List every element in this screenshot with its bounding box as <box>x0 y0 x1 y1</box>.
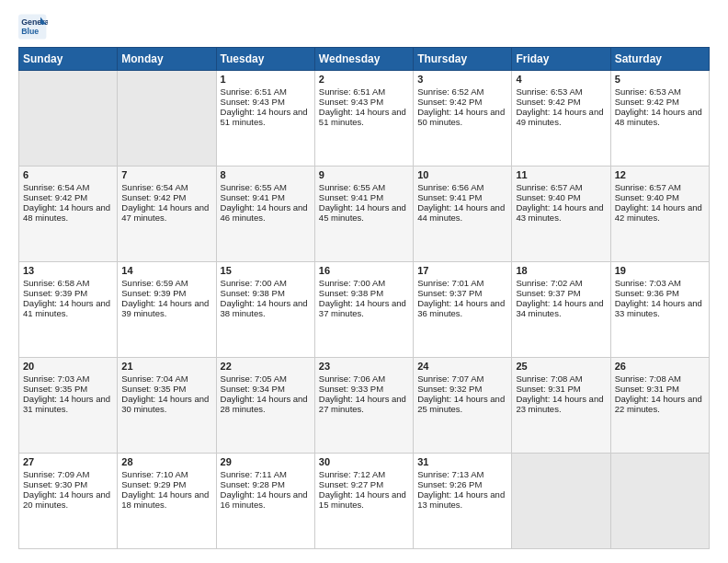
day-number: 23 <box>319 361 409 372</box>
sunset-text: Sunset: 9:33 PM <box>319 384 409 394</box>
daylight-text: Daylight: 14 hours and 34 minutes. <box>516 298 606 318</box>
calendar-cell: 21Sunrise: 7:04 AMSunset: 9:35 PMDayligh… <box>118 358 216 454</box>
calendar-cell: 4Sunrise: 6:53 AMSunset: 9:42 PMDaylight… <box>512 71 610 167</box>
calendar-day-header: Friday <box>512 48 610 71</box>
sunrise-text: Sunrise: 7:11 AM <box>221 469 311 479</box>
calendar-week-row: 20Sunrise: 7:03 AMSunset: 9:35 PMDayligh… <box>19 358 710 454</box>
sunset-text: Sunset: 9:39 PM <box>23 288 113 298</box>
sunrise-text: Sunrise: 7:00 AM <box>221 278 311 288</box>
daylight-text: Daylight: 14 hours and 15 minutes. <box>319 489 409 510</box>
sunset-text: Sunset: 9:35 PM <box>23 384 113 394</box>
calendar-table: SundayMondayTuesdayWednesdayThursdayFrid… <box>18 47 710 549</box>
day-number: 12 <box>615 169 705 180</box>
day-number: 13 <box>23 265 113 276</box>
day-number: 4 <box>516 74 606 85</box>
header: General Blue <box>18 14 710 40</box>
daylight-text: Daylight: 14 hours and 25 minutes. <box>417 394 507 414</box>
day-number: 30 <box>319 456 409 467</box>
day-number: 24 <box>417 361 507 372</box>
sunset-text: Sunset: 9:38 PM <box>221 288 311 298</box>
sunset-text: Sunset: 9:30 PM <box>23 479 113 489</box>
calendar-week-row: 6Sunrise: 6:54 AMSunset: 9:42 PMDaylight… <box>19 167 710 262</box>
calendar-day-header: Monday <box>118 48 216 71</box>
sunset-text: Sunset: 9:32 PM <box>417 384 507 394</box>
calendar-day-header: Sunday <box>19 48 118 71</box>
sunrise-text: Sunrise: 6:57 AM <box>516 182 606 192</box>
calendar-day-header: Thursday <box>414 48 512 71</box>
day-number: 2 <box>319 74 409 85</box>
calendar-cell: 14Sunrise: 6:59 AMSunset: 9:39 PMDayligh… <box>118 262 216 358</box>
day-number: 31 <box>417 456 507 467</box>
sunrise-text: Sunrise: 7:12 AM <box>319 469 409 479</box>
sunrise-text: Sunrise: 6:51 AM <box>221 86 311 97</box>
daylight-text: Daylight: 14 hours and 22 minutes. <box>615 394 705 414</box>
daylight-text: Daylight: 14 hours and 16 minutes. <box>221 489 311 510</box>
sunset-text: Sunset: 9:43 PM <box>319 97 409 107</box>
sunset-text: Sunset: 9:36 PM <box>615 288 705 298</box>
calendar-cell: 16Sunrise: 7:00 AMSunset: 9:38 PMDayligh… <box>314 262 413 358</box>
daylight-text: Daylight: 14 hours and 47 minutes. <box>121 202 211 223</box>
calendar-cell: 28Sunrise: 7:10 AMSunset: 9:29 PMDayligh… <box>118 454 216 549</box>
calendar-cell <box>512 454 610 549</box>
calendar-cell: 10Sunrise: 6:56 AMSunset: 9:41 PMDayligh… <box>414 167 512 262</box>
sunset-text: Sunset: 9:43 PM <box>221 97 311 107</box>
calendar-cell <box>19 71 118 167</box>
sunrise-text: Sunrise: 7:02 AM <box>516 278 606 288</box>
sunrise-text: Sunrise: 7:05 AM <box>221 373 311 384</box>
daylight-text: Daylight: 14 hours and 48 minutes. <box>615 107 705 127</box>
calendar-cell: 9Sunrise: 6:55 AMSunset: 9:41 PMDaylight… <box>314 167 413 262</box>
calendar-header-row: SundayMondayTuesdayWednesdayThursdayFrid… <box>19 48 710 71</box>
calendar-day-header: Wednesday <box>314 48 413 71</box>
sunrise-text: Sunrise: 7:06 AM <box>319 373 409 384</box>
daylight-text: Daylight: 14 hours and 44 minutes. <box>417 202 507 223</box>
daylight-text: Daylight: 14 hours and 48 minutes. <box>23 202 113 223</box>
daylight-text: Daylight: 14 hours and 45 minutes. <box>319 202 409 223</box>
daylight-text: Daylight: 14 hours and 30 minutes. <box>121 394 211 414</box>
sunset-text: Sunset: 9:41 PM <box>221 192 311 202</box>
sunrise-text: Sunrise: 7:09 AM <box>23 469 113 479</box>
calendar-cell: 25Sunrise: 7:08 AMSunset: 9:31 PMDayligh… <box>512 358 610 454</box>
calendar-week-row: 27Sunrise: 7:09 AMSunset: 9:30 PMDayligh… <box>19 454 710 549</box>
day-number: 20 <box>23 361 113 372</box>
daylight-text: Daylight: 14 hours and 23 minutes. <box>516 394 606 414</box>
sunrise-text: Sunrise: 6:53 AM <box>516 86 606 97</box>
day-number: 11 <box>516 169 606 180</box>
daylight-text: Daylight: 14 hours and 28 minutes. <box>221 394 311 414</box>
sunset-text: Sunset: 9:41 PM <box>319 192 409 202</box>
calendar-cell: 11Sunrise: 6:57 AMSunset: 9:40 PMDayligh… <box>512 167 610 262</box>
calendar-cell: 3Sunrise: 6:52 AMSunset: 9:42 PMDaylight… <box>414 71 512 167</box>
daylight-text: Daylight: 14 hours and 37 minutes. <box>319 298 409 318</box>
day-number: 14 <box>121 265 211 276</box>
day-number: 22 <box>221 361 311 372</box>
sunset-text: Sunset: 9:31 PM <box>516 384 606 394</box>
logo-icon: General Blue <box>18 14 48 40</box>
sunrise-text: Sunrise: 6:54 AM <box>23 182 113 192</box>
calendar-cell: 18Sunrise: 7:02 AMSunset: 9:37 PMDayligh… <box>512 262 610 358</box>
calendar-cell: 7Sunrise: 6:54 AMSunset: 9:42 PMDaylight… <box>118 167 216 262</box>
calendar-cell: 19Sunrise: 7:03 AMSunset: 9:36 PMDayligh… <box>610 262 709 358</box>
sunset-text: Sunset: 9:37 PM <box>417 288 507 298</box>
day-number: 21 <box>121 361 211 372</box>
sunset-text: Sunset: 9:40 PM <box>516 192 606 202</box>
sunset-text: Sunset: 9:41 PM <box>417 192 507 202</box>
daylight-text: Daylight: 14 hours and 13 minutes. <box>417 489 507 510</box>
calendar-cell <box>610 454 709 549</box>
day-number: 28 <box>121 456 211 467</box>
sunset-text: Sunset: 9:42 PM <box>615 97 705 107</box>
sunrise-text: Sunrise: 7:03 AM <box>615 278 705 288</box>
sunrise-text: Sunrise: 7:01 AM <box>417 278 507 288</box>
sunset-text: Sunset: 9:38 PM <box>319 288 409 298</box>
day-number: 15 <box>221 265 311 276</box>
calendar-cell: 31Sunrise: 7:13 AMSunset: 9:26 PMDayligh… <box>414 454 512 549</box>
calendar-cell: 17Sunrise: 7:01 AMSunset: 9:37 PMDayligh… <box>414 262 512 358</box>
svg-text:Blue: Blue <box>21 27 39 36</box>
day-number: 9 <box>319 169 409 180</box>
calendar-cell: 23Sunrise: 7:06 AMSunset: 9:33 PMDayligh… <box>314 358 413 454</box>
calendar-cell: 15Sunrise: 7:00 AMSunset: 9:38 PMDayligh… <box>216 262 314 358</box>
sunset-text: Sunset: 9:42 PM <box>121 192 211 202</box>
calendar-body: 1Sunrise: 6:51 AMSunset: 9:43 PMDaylight… <box>19 71 710 549</box>
sunrise-text: Sunrise: 7:08 AM <box>615 373 705 384</box>
daylight-text: Daylight: 14 hours and 39 minutes. <box>121 298 211 318</box>
day-number: 19 <box>615 265 705 276</box>
calendar-week-row: 1Sunrise: 6:51 AMSunset: 9:43 PMDaylight… <box>19 71 710 167</box>
